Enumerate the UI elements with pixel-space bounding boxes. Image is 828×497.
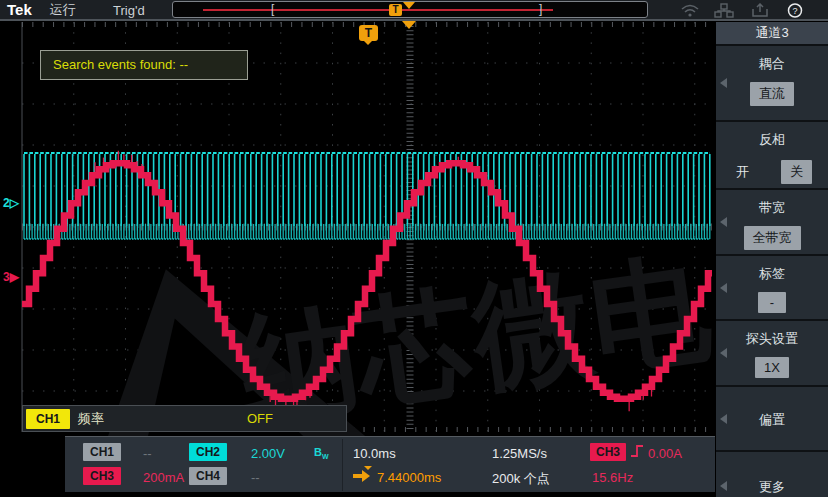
trigger-position-bar[interactable]: [ ] T xyxy=(172,1,648,18)
readout-panel: CH1 -- CH2 2.00V BW CH3 200mA CH4 -- 10.… xyxy=(65,436,715,492)
measurement-bar: CH1 频率 OFF xyxy=(22,405,347,432)
label-value-button[interactable]: - xyxy=(758,292,786,313)
ch2-ground-marker[interactable]: 2▷ xyxy=(3,196,25,210)
measurement-channel-badge[interactable]: CH1 xyxy=(26,409,70,429)
trigger-source-badge[interactable]: CH3 xyxy=(590,443,626,461)
network-icon[interactable] xyxy=(714,3,734,18)
chevron-left-icon xyxy=(720,283,727,293)
trigger-position-marker-icon[interactable] xyxy=(402,21,416,29)
ch4-scale: -- xyxy=(251,470,260,485)
sample-rate: 1.25MS/s xyxy=(492,446,547,461)
chevron-left-icon xyxy=(720,414,727,424)
svg-text:?: ? xyxy=(792,6,797,16)
chevron-left-icon xyxy=(720,78,727,88)
trigger-time-flag[interactable]: T xyxy=(359,25,378,41)
tek-logo: Tek xyxy=(7,1,32,18)
menu-title: 通道3 xyxy=(716,22,828,44)
delay-time: 7.44000ms xyxy=(377,470,441,485)
record-bracket-close: ] xyxy=(539,2,542,17)
acquisition-status: 运行 xyxy=(50,1,76,19)
coupling-value-button[interactable]: 直流 xyxy=(750,82,794,106)
menu-item-offset[interactable]: 偏置 xyxy=(716,387,828,450)
help-icon[interactable]: ? xyxy=(785,3,805,18)
invert-off-option[interactable]: 关 xyxy=(781,160,812,184)
probe-value-button[interactable]: 1X xyxy=(755,357,789,378)
trigger-frequency: 15.6Hz xyxy=(592,470,633,485)
wifi-icon[interactable] xyxy=(680,3,700,18)
panel-divider xyxy=(342,439,343,491)
trigger-position-caret-icon[interactable] xyxy=(403,2,415,9)
ch3-scale: 200mA xyxy=(143,470,184,485)
measurement-type-label: 频率 xyxy=(78,410,104,428)
export-icon[interactable] xyxy=(750,3,770,18)
trigger-position-flag[interactable]: T xyxy=(389,4,402,16)
chevron-left-icon xyxy=(720,217,727,227)
ch3-ground-marker[interactable]: 3▶ xyxy=(3,270,25,284)
ch2-badge[interactable]: CH2 xyxy=(189,443,227,461)
menu-item-label[interactable]: 标签 - xyxy=(716,256,828,319)
trigger-level: 0.00A xyxy=(648,446,682,461)
bandwidth-value-button[interactable]: 全带宽 xyxy=(744,226,801,250)
trigger-slope-icon xyxy=(630,444,644,461)
invert-on-option[interactable]: 开 xyxy=(736,163,749,181)
record-length: 200k 个点 xyxy=(492,470,550,488)
top-status-bar: Tek 运行 Trig'd [ ] T ? xyxy=(0,0,828,21)
channel3-menu: 通道3 耦合 直流 反相 开 关 带宽 全带宽 标签 - 探头设置 1X xyxy=(716,22,828,497)
ch2-scale: 2.00V xyxy=(251,446,285,461)
oscilloscope-screen: 纳芯微电 Tek 运行 Trig'd [ ] T ? Search events… xyxy=(0,0,828,497)
ch4-badge[interactable]: CH4 xyxy=(189,467,227,485)
measurement-value: OFF xyxy=(247,411,273,426)
menu-item-more[interactable]: 更多 xyxy=(716,452,828,497)
menu-item-bandwidth[interactable]: 带宽 全带宽 xyxy=(716,190,828,254)
record-view-line xyxy=(203,9,553,11)
trigger-status: Trig'd xyxy=(113,3,145,18)
menu-item-coupling[interactable]: 耦合 直流 xyxy=(716,46,828,120)
menu-item-invert[interactable]: 反相 开 关 xyxy=(716,122,828,188)
delay-arrow-icon xyxy=(353,469,371,481)
ch1-badge[interactable]: CH1 xyxy=(83,443,121,461)
horizontal-scale: 10.0ms xyxy=(353,446,396,461)
menu-item-probe-setup[interactable]: 探头设置 1X xyxy=(716,321,828,385)
chevron-left-icon xyxy=(720,481,727,491)
ch3-badge[interactable]: CH3 xyxy=(83,467,121,485)
chevron-left-icon xyxy=(720,348,727,358)
ch2-bandwidth-badge: BW xyxy=(314,446,329,460)
record-bracket-open: [ xyxy=(271,2,274,17)
ch1-scale: -- xyxy=(143,446,152,461)
search-events-banner: Search events found: -- xyxy=(40,50,248,80)
